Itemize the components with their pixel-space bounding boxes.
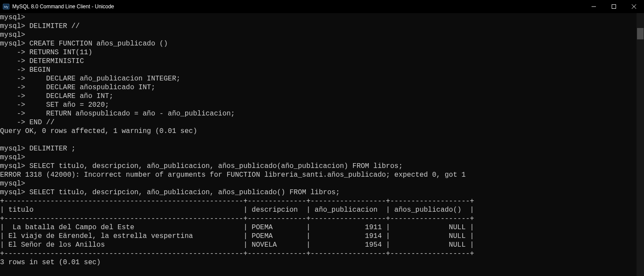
close-button[interactable] [624, 0, 644, 13]
titlebar: My MySQL 8.0 Command Line Client - Unico… [0, 0, 644, 13]
svg-text:My: My [4, 5, 8, 9]
window-title: MySQL 8.0 Command Line Client - Unicode [12, 3, 114, 10]
app-icon: My [3, 3, 10, 10]
maximize-button[interactable] [604, 0, 624, 13]
scrollbar-thumb[interactable] [637, 28, 644, 39]
svg-rect-3 [612, 5, 616, 9]
terminal-output[interactable]: mysql> mysql> DELIMITER // mysql> mysql>… [0, 13, 637, 276]
window-controls [584, 0, 644, 13]
vertical-scrollbar[interactable] [637, 13, 644, 276]
client-area: mysql> mysql> DELIMITER // mysql> mysql>… [0, 13, 644, 276]
minimize-button[interactable] [584, 0, 604, 13]
